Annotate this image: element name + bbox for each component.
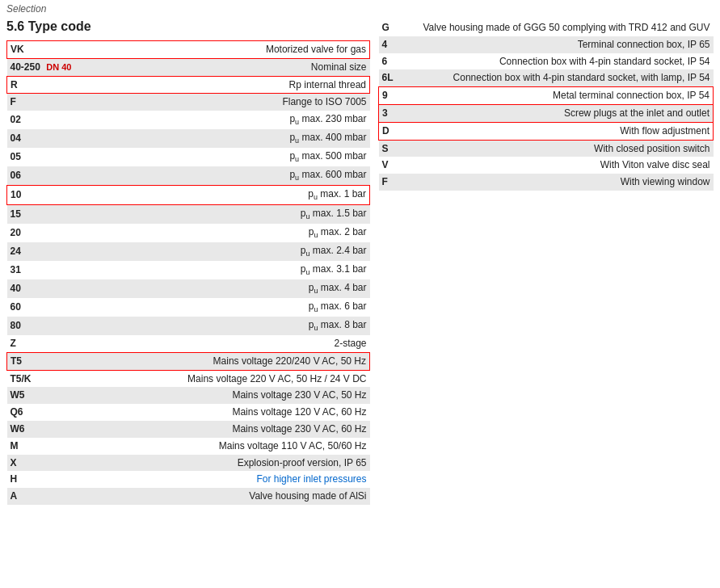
code-cell: 9: [379, 87, 403, 105]
subscript-u: u: [314, 231, 318, 239]
table-row: 06pu max. 600 mbar: [7, 166, 370, 185]
subscript-u: u: [295, 174, 299, 183]
dn40-badge: DN 40: [46, 62, 71, 72]
table-row: FFlange to ISO 7005: [7, 94, 370, 111]
section-title: 5.6 Type code: [6, 19, 370, 34]
desc-cell: With Viton valve disc seal: [403, 157, 714, 174]
desc-cell: pu max. 8 bar: [74, 317, 369, 335]
subscript-u: u: [295, 119, 299, 127]
table-row: RRp internal thread: [7, 76, 370, 94]
subscript-u: u: [314, 305, 318, 313]
subscript-u: u: [314, 324, 318, 332]
table-row: 31pu max. 3.1 bar: [7, 261, 370, 279]
code-cell: W6: [7, 421, 75, 438]
code-cell: 06: [7, 166, 75, 185]
code-cell: 31: [7, 261, 75, 279]
code-cell: T5/K: [7, 370, 75, 387]
table-row: 4Terminal connection box, IP 65: [379, 36, 714, 53]
code-cell: T5: [7, 352, 75, 370]
code-cell: 05: [7, 148, 75, 166]
desc-cell: With flow adjustment: [403, 122, 714, 140]
desc-cell: pu max. 6 bar: [74, 298, 369, 317]
desc-cell: Connection box with 4-pin standard socke…: [403, 69, 714, 86]
desc-cell: pu max. 3.1 bar: [74, 261, 369, 279]
desc-cell: 2-stage: [74, 335, 369, 352]
table-row: SWith closed position switch: [379, 140, 714, 157]
table-row: 60pu max. 6 bar: [7, 298, 370, 317]
table-row: 10pu max. 1 bar: [7, 186, 370, 205]
code-cell: 24: [7, 242, 75, 261]
code-cell: M: [7, 438, 75, 455]
table-row: Q6Mains voltage 120 V AC, 60 Hz: [7, 404, 370, 421]
desc-cell: pu max. 1 bar: [74, 186, 369, 205]
subscript-u: u: [305, 213, 309, 221]
desc-cell: Valve housing made of AlSi: [74, 488, 369, 505]
code-cell: 10: [7, 186, 75, 205]
table-row: 20pu max. 2 bar: [7, 224, 370, 242]
code-cell: 04: [7, 129, 75, 148]
desc-cell: With closed position switch: [403, 140, 714, 157]
desc-cell: Terminal connection box, IP 65: [403, 36, 714, 53]
code-cell: Q6: [7, 404, 75, 421]
table-row: Z2-stage: [7, 335, 370, 352]
code-cell: 4: [379, 36, 403, 53]
table-row: W6Mains voltage 230 V AC, 60 Hz: [7, 421, 370, 438]
subscript-u: u: [295, 156, 299, 164]
left-table: VKMotorized valve for gas40-250 DN 40Nom…: [6, 40, 370, 505]
table-row: T5Mains voltage 220/240 V AC, 50 Hz: [7, 352, 370, 370]
right-table: GValve housing made of GGG 50 complying …: [378, 19, 714, 191]
subscript-u: u: [314, 194, 318, 202]
desc-cell: pu max. 600 mbar: [74, 166, 369, 185]
subscript-u: u: [295, 137, 299, 145]
table-row: 6LConnection box with 4-pin standard soc…: [379, 69, 714, 86]
desc-cell: With viewing window: [403, 174, 714, 191]
desc-cell: pu max. 230 mbar: [74, 111, 369, 129]
table-row: GValve housing made of GGG 50 complying …: [379, 19, 714, 36]
code-cell: 80: [7, 317, 75, 335]
table-row: 24pu max. 2.4 bar: [7, 242, 370, 261]
table-row: 80pu max. 8 bar: [7, 317, 370, 335]
desc-cell: Mains voltage 220/240 V AC, 50 Hz: [74, 352, 369, 370]
table-row: 40-250 DN 40Nominal size: [7, 58, 370, 76]
code-cell: S: [379, 140, 403, 157]
table-row: DWith flow adjustment: [379, 122, 714, 140]
desc-cell: pu max. 400 mbar: [74, 129, 369, 148]
code-cell: G: [379, 19, 403, 36]
desc-cell: Mains voltage 110 V AC, 50/60 Hz: [74, 438, 369, 455]
table-row: VKMotorized valve for gas: [7, 41, 370, 59]
code-cell: V: [379, 157, 403, 174]
desc-cell: Valve housing made of GGG 50 complying w…: [403, 19, 714, 36]
table-row: 3Screw plugs at the inlet and outlet: [379, 104, 714, 122]
code-cell: F: [379, 174, 403, 191]
code-cell: VK: [7, 41, 75, 59]
desc-cell: pu max. 4 bar: [74, 279, 369, 298]
table-row: AValve housing made of AlSi: [7, 488, 370, 505]
table-row: 9Metal terminal connection box, IP 54: [379, 87, 714, 105]
code-cell: 40: [7, 279, 75, 298]
desc-cell: Mains voltage 120 V AC, 60 Hz: [74, 404, 369, 421]
desc-cell: Rp internal thread: [74, 76, 369, 94]
desc-cell: pu max. 2 bar: [74, 224, 369, 242]
page-title: Selection: [6, 3, 714, 15]
code-cell: A: [7, 488, 75, 505]
subscript-u: u: [305, 250, 309, 258]
table-row: 15pu max. 1.5 bar: [7, 205, 370, 224]
code-cell: 6L: [379, 69, 403, 86]
desc-cell: Flange to ISO 7005: [74, 94, 369, 111]
desc-cell: For higher inlet pressures: [74, 471, 369, 488]
desc-cell: Mains voltage 220 V AC, 50 Hz / 24 V DC: [74, 370, 369, 387]
desc-cell: Motorized valve for gas: [74, 41, 369, 59]
code-cell: F: [7, 94, 75, 111]
code-cell: 3: [379, 104, 403, 122]
table-row: W5Mains voltage 230 V AC, 50 Hz: [7, 387, 370, 404]
table-row: 40pu max. 4 bar: [7, 279, 370, 298]
code-cell: W5: [7, 387, 75, 404]
code-cell: D: [379, 122, 403, 140]
desc-cell: Metal terminal connection box, IP 54: [403, 87, 714, 105]
table-row: VWith Viton valve disc seal: [379, 157, 714, 174]
table-row: T5/KMains voltage 220 V AC, 50 Hz / 24 V…: [7, 370, 370, 387]
code-cell: 20: [7, 224, 75, 242]
desc-cell: Nominal size: [74, 58, 369, 76]
table-row: 6Connection box with 4-pin standard sock…: [379, 53, 714, 70]
table-row: 04pu max. 400 mbar: [7, 129, 370, 148]
